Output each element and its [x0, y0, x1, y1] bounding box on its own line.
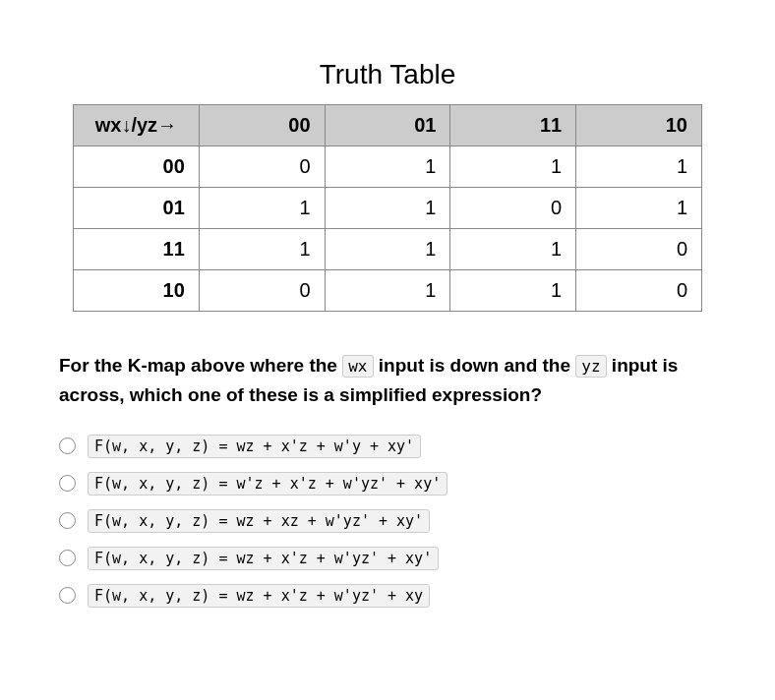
cell: 1: [325, 188, 450, 229]
cell: 0: [576, 270, 702, 312]
table-row: 00 0 1 1 1: [74, 146, 702, 188]
cell: 1: [325, 270, 450, 312]
row-header: 00: [74, 146, 200, 188]
radio-icon[interactable]: [59, 550, 76, 566]
page-title: Truth Table: [59, 59, 716, 90]
option-label: F(w, x, y, z) = wz + x'z + w'yz' + xy: [88, 584, 430, 608]
cell: 0: [450, 188, 576, 229]
cell: 1: [450, 270, 576, 312]
options-group: F(w, x, y, z) = wz + x'z + w'y + xy' F(w…: [59, 435, 716, 608]
cell: 0: [576, 229, 702, 270]
cell: 1: [450, 229, 576, 270]
inline-code-yz: yz: [575, 355, 606, 378]
cell: 1: [576, 188, 702, 229]
question-part: input is down and the: [374, 355, 576, 376]
col-header: 10: [576, 105, 702, 146]
option-label: F(w, x, y, z) = wz + x'z + w'yz' + xy': [88, 547, 439, 570]
kmap-corner: wx↓/yz→: [74, 105, 200, 146]
kmap-table: wx↓/yz→ 00 01 11 10 00 0 1 1 1 01 1 1 0 …: [73, 104, 702, 312]
cell: 1: [325, 146, 450, 188]
cell: 1: [199, 229, 325, 270]
radio-icon[interactable]: [59, 438, 76, 454]
row-header: 01: [74, 188, 200, 229]
option-label: F(w, x, y, z) = wz + xz + w'yz' + xy': [88, 509, 430, 533]
col-header: 00: [199, 105, 325, 146]
radio-icon[interactable]: [59, 475, 76, 492]
option[interactable]: F(w, x, y, z) = wz + xz + w'yz' + xy': [59, 509, 716, 533]
radio-icon[interactable]: [59, 512, 76, 529]
inline-code-wx: wx: [342, 355, 373, 378]
cell: 0: [199, 270, 325, 312]
option[interactable]: F(w, x, y, z) = wz + x'z + w'y + xy': [59, 435, 716, 458]
table-row: 10 0 1 1 0: [74, 270, 702, 312]
row-header: 10: [74, 270, 200, 312]
option[interactable]: F(w, x, y, z) = wz + x'z + w'yz' + xy: [59, 584, 716, 608]
table-row: 01 1 1 0 1: [74, 188, 702, 229]
col-header: 11: [450, 105, 576, 146]
cell: 1: [199, 188, 325, 229]
option-label: F(w, x, y, z) = w'z + x'z + w'yz' + xy': [88, 472, 447, 496]
row-header: 11: [74, 229, 200, 270]
cell: 0: [199, 146, 325, 188]
option[interactable]: F(w, x, y, z) = wz + x'z + w'yz' + xy': [59, 547, 716, 570]
question-part: For the K-map above where the: [59, 355, 342, 376]
col-header: 01: [325, 105, 450, 146]
option-label: F(w, x, y, z) = wz + x'z + w'y + xy': [88, 435, 421, 458]
cell: 1: [576, 146, 702, 188]
radio-icon[interactable]: [59, 587, 76, 604]
option[interactable]: F(w, x, y, z) = w'z + x'z + w'yz' + xy': [59, 472, 716, 496]
cell: 1: [450, 146, 576, 188]
question-text: For the K-map above where the wx input i…: [59, 351, 716, 411]
table-row: 11 1 1 1 0: [74, 229, 702, 270]
cell: 1: [325, 229, 450, 270]
